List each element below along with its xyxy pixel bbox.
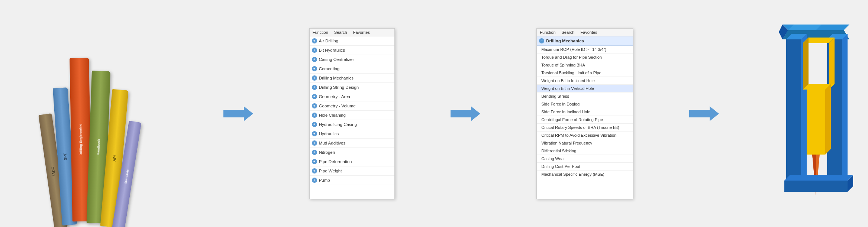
item-icon-pipe-deformation: + bbox=[312, 159, 317, 164]
list-item-geometry-volume[interactable]: + Geometry - Volume bbox=[310, 101, 394, 111]
item-icon-mud-additives: + bbox=[312, 140, 317, 146]
svg-marker-2 bbox=[689, 106, 719, 121]
item-label-geometry-area: Geometry - Area bbox=[319, 94, 350, 99]
svg-marker-16 bbox=[807, 90, 825, 155]
svg-marker-17 bbox=[825, 84, 831, 155]
sub-item-torsional-buckling[interactable]: Torsional Buckling Limit of a Pipe bbox=[537, 69, 633, 77]
list-item-hole-cleaning[interactable]: + Hole Cleaning bbox=[310, 111, 394, 120]
sub-label-side-force-dogleg: Side Force in Dogleg bbox=[541, 102, 580, 106]
item-icon-hydraulics: + bbox=[312, 131, 317, 136]
list-item-air-drilling[interactable]: + Air Drilling bbox=[310, 36, 394, 46]
item-icon-pump: + bbox=[312, 178, 317, 183]
right-panel-menubar: Function Search Favorites bbox=[537, 29, 633, 36]
list-item-hydraulics[interactable]: + Hydraulics bbox=[310, 129, 394, 139]
sub-label-torsional-buckling: Torsional Buckling Limit of a Pipe bbox=[541, 71, 601, 75]
sub-label-mse: Mechanical Specific Energy (MSE) bbox=[541, 172, 604, 176]
svg-marker-6 bbox=[786, 39, 801, 181]
sub-label-max-rop: Maximum ROP (Hole ID >= 14 3/4") bbox=[541, 47, 606, 52]
list-item-geometry-area[interactable]: + Geometry - Area bbox=[310, 92, 394, 101]
arrow-3-icon bbox=[689, 104, 719, 123]
sub-item-side-force-inclined[interactable]: Side Force in Inclined Hole bbox=[537, 108, 633, 116]
list-item-mud-additives[interactable]: + Mud Additives bbox=[310, 139, 394, 148]
sub-item-mse[interactable]: Mechanical Specific Energy (MSE) bbox=[537, 171, 633, 178]
sub-item-centrifugal[interactable]: Centrifugal Force of Rotating Pipe bbox=[537, 116, 633, 124]
list-item-drilling-mechanics[interactable]: + Drilling Mechanics bbox=[310, 74, 394, 83]
sub-label-torque-drag: Torque and Drag for Pipe Section bbox=[541, 55, 602, 59]
item-label-drilling-string: Drilling String Design bbox=[319, 85, 359, 90]
arrow-1-icon bbox=[223, 104, 253, 123]
sub-item-wob-vertical[interactable]: Weight on Bit in Vertical Hole bbox=[537, 85, 633, 93]
selected-category-icon: − bbox=[539, 38, 544, 43]
right-menu-function[interactable]: Function bbox=[539, 30, 556, 35]
item-label-cementing: Cementing bbox=[319, 67, 340, 71]
sub-item-drilling-cost[interactable]: Drilling Cost Per Foot bbox=[537, 163, 633, 171]
item-icon-nitrogen: + bbox=[312, 150, 317, 155]
list-item-bit-hydraulics[interactable]: + Bit Hydraulics bbox=[310, 46, 394, 55]
list-item-hydraulicing-casing[interactable]: + Hydraulicing Casing bbox=[310, 120, 394, 129]
item-label-mud-additives: Mud Additives bbox=[319, 141, 346, 145]
item-label-bit-hydraulics: Bit Hydraulics bbox=[319, 48, 345, 52]
item-icon-geometry-area: + bbox=[312, 94, 317, 99]
sub-item-bending-stress[interactable]: Bending Stress bbox=[537, 93, 633, 100]
sub-item-max-rop[interactable]: Maximum ROP (Hole ID >= 14 3/4") bbox=[537, 46, 633, 53]
right-panel-list: − Drilling Mechanics Maximum ROP (Hole I… bbox=[537, 36, 633, 199]
sub-item-torque-bha[interactable]: Torque of Spinning BHA bbox=[537, 61, 633, 69]
list-item-casing-centralizer[interactable]: + Casing Centralizer bbox=[310, 55, 394, 64]
svg-marker-20 bbox=[784, 181, 848, 192]
sub-item-torque-drag[interactable]: Torque and Drag for Pipe Section bbox=[537, 53, 633, 61]
selected-category-label: Drilling Mechanics bbox=[546, 39, 584, 43]
sub-label-torque-bha: Torque of Spinning BHA bbox=[541, 63, 585, 67]
left-panel-menubar: Function Search Favorites bbox=[310, 29, 394, 36]
sub-label-vibration-freq: Vibration Natural Frequency bbox=[541, 141, 592, 145]
item-icon-casing-centralizer: + bbox=[312, 57, 317, 62]
item-icon-hole-cleaning: + bbox=[312, 113, 317, 118]
arrow-3-section bbox=[689, 104, 719, 123]
sub-label-wob-vertical: Weight on Bit in Vertical Hole bbox=[541, 86, 594, 91]
right-menu-favorites[interactable]: Favorites bbox=[580, 30, 598, 35]
tool-logo-icon bbox=[779, 10, 853, 218]
sub-item-vibration-freq[interactable]: Vibration Natural Frequency bbox=[537, 139, 633, 147]
book-label-api: API bbox=[112, 155, 116, 162]
list-item-drilling-string[interactable]: + Drilling String Design bbox=[310, 83, 394, 92]
sub-label-centrifugal: Centrifugal Force of Rotating Pipe bbox=[541, 117, 603, 122]
sub-item-differential-sticking[interactable]: Differential Sticking bbox=[537, 147, 633, 155]
item-label-hole-cleaning: Hole Cleaning bbox=[319, 113, 346, 117]
item-icon-hydraulicing-casing: + bbox=[312, 122, 317, 127]
sub-label-wob-inclined: Weight on Bit in Inclined Hole bbox=[541, 78, 595, 83]
sub-item-side-force-dogleg[interactable]: Side Force in Dogleg bbox=[537, 100, 633, 108]
arrow-1-section bbox=[223, 104, 253, 123]
item-label-air-drilling: Air Drilling bbox=[319, 39, 338, 43]
svg-marker-0 bbox=[223, 106, 253, 121]
list-item-pump[interactable]: + Pump bbox=[310, 176, 394, 185]
sub-label-bending-stress: Bending Stress bbox=[541, 94, 569, 98]
list-item-cementing[interactable]: + Cementing bbox=[310, 64, 394, 74]
arrow-2-icon bbox=[451, 104, 480, 123]
right-panel-selected-header[interactable]: − Drilling Mechanics bbox=[537, 36, 633, 46]
left-menu-search[interactable]: Search bbox=[333, 30, 348, 35]
svg-marker-1 bbox=[451, 106, 480, 121]
sub-item-casing-wear[interactable]: Casing Wear bbox=[537, 155, 633, 163]
list-item-pipe-deformation[interactable]: + Pipe Deformation bbox=[310, 157, 394, 166]
sub-item-critical-rpm[interactable]: Critical RPM to Avoid Excessive Vibratio… bbox=[537, 132, 633, 139]
item-label-pipe-weight: Pipe Weight bbox=[319, 169, 342, 173]
right-menu-search[interactable]: Search bbox=[561, 30, 575, 35]
item-icon-geometry-volume: + bbox=[312, 103, 317, 108]
left-menu-function[interactable]: Function bbox=[312, 30, 329, 35]
book-label-spe: SPE bbox=[62, 152, 67, 160]
sub-label-casing-wear: Casing Wear bbox=[541, 156, 565, 161]
sub-label-critical-rotary: Critical Rotary Speeds of BHA (Tricone B… bbox=[541, 125, 619, 130]
left-menu-favorites[interactable]: Favorites bbox=[352, 30, 371, 35]
item-icon-drilling-string: + bbox=[312, 85, 317, 90]
arrow-2-section bbox=[451, 104, 480, 123]
list-item-nitrogen[interactable]: + Nitrogen bbox=[310, 148, 394, 157]
list-item-pipe-weight[interactable]: + Pipe Weight bbox=[310, 166, 394, 176]
sub-label-critical-rpm: Critical RPM to Avoid Excessive Vibratio… bbox=[541, 133, 616, 137]
item-icon-drilling-mechanics: + bbox=[312, 75, 317, 81]
sub-label-differential-sticking: Differential Sticking bbox=[541, 149, 576, 153]
logo-section bbox=[775, 6, 857, 221]
item-label-nitrogen: Nitrogen bbox=[319, 150, 335, 155]
book-label-drilling: Drilling Engineering bbox=[78, 124, 83, 156]
sub-item-critical-rotary[interactable]: Critical Rotary Speeds of BHA (Tricone B… bbox=[537, 124, 633, 132]
sub-item-wob-inclined[interactable]: Weight on Bit in Inclined Hole bbox=[537, 77, 633, 85]
item-icon-air-drilling: + bbox=[312, 38, 317, 43]
